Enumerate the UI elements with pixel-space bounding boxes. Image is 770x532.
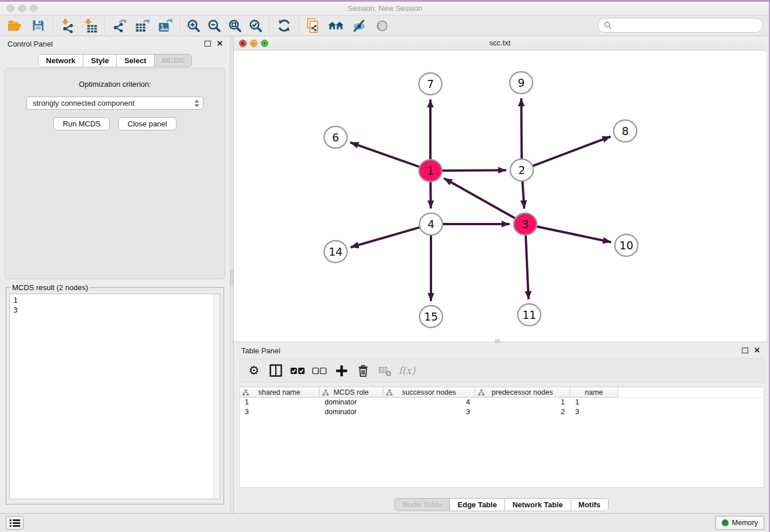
- add-column-button[interactable]: [332, 361, 351, 380]
- cell-mcds_role: dominator: [319, 407, 383, 417]
- network-canvas[interactable]: 1234678910111415: [234, 51, 766, 341]
- window-accent-top: [0, 0, 770, 2]
- tab-edge-table[interactable]: Edge Table: [449, 499, 504, 511]
- result-scrollbar[interactable]: [213, 294, 220, 499]
- tab-motifs[interactable]: Motifs: [571, 499, 608, 511]
- graph-node-label-15: 15: [424, 310, 438, 323]
- export-network-button[interactable]: [108, 17, 131, 35]
- graph-edge-3-11[interactable]: [526, 231, 529, 299]
- tab-network-table[interactable]: Network Table: [505, 499, 571, 511]
- tab-mcds[interactable]: MCDS: [154, 55, 191, 67]
- minimize-network-button[interactable]: −: [250, 40, 257, 47]
- column-header-successor_nodes[interactable]: successor nodes: [383, 387, 475, 398]
- deselect-all-icon: [312, 367, 327, 375]
- cell-name: 3: [570, 407, 618, 417]
- minimize-window-button[interactable]: [18, 5, 26, 12]
- tab-select[interactable]: Select: [116, 55, 153, 67]
- search-input[interactable]: [615, 21, 757, 30]
- close-window-button[interactable]: [7, 5, 14, 12]
- table-header-filler: [618, 387, 764, 398]
- float-table-panel-icon[interactable]: [742, 348, 748, 353]
- table-body: 1dominator4113dominator323: [240, 398, 764, 417]
- fx-icon: f(x): [398, 365, 415, 376]
- memory-button[interactable]: Memory: [715, 516, 764, 530]
- copy-network-icon: [306, 18, 321, 33]
- tab-node-table[interactable]: Node Table: [395, 499, 449, 511]
- apply-layout-button[interactable]: [272, 17, 295, 35]
- graph-edge-2-9[interactable]: [521, 98, 522, 163]
- mcds-result-text: 1 3: [13, 295, 211, 498]
- plus-icon: [336, 365, 348, 377]
- column-header-predecessor_nodes[interactable]: predecessor nodes: [475, 387, 570, 398]
- table-panel-header: Table Panel ✕: [234, 343, 769, 358]
- toolbar-separator: [269, 17, 270, 35]
- zoom-selected-button[interactable]: [245, 17, 266, 35]
- open-session-button[interactable]: [3, 17, 26, 35]
- memory-label: Memory: [732, 519, 758, 527]
- graph-edge-1-2[interactable]: [437, 170, 506, 171]
- save-session-button[interactable]: [26, 17, 49, 35]
- delete-column-button[interactable]: [353, 361, 373, 380]
- toggle-column-view-button[interactable]: [266, 361, 286, 380]
- zoom-in-button[interactable]: [183, 17, 204, 35]
- select-stepper-icon: [194, 99, 199, 107]
- cell-successor_nodes: 4: [383, 398, 475, 407]
- graph-edge-2-3[interactable]: [522, 177, 525, 209]
- mcds-result-area[interactable]: 1 3: [9, 294, 220, 499]
- column-header-shared_name[interactable]: shared name: [240, 387, 319, 398]
- vertical-splitter[interactable]: [230, 36, 234, 513]
- tab-network[interactable]: Network: [38, 55, 83, 67]
- fit-content-button[interactable]: [225, 17, 245, 35]
- new-network-from-selection-button[interactable]: [302, 17, 325, 35]
- close-table-panel-icon[interactable]: ✕: [754, 346, 760, 354]
- import-table-button[interactable]: [79, 17, 102, 35]
- cell-shared_name: 1: [240, 398, 319, 407]
- zoom-out-button[interactable]: [204, 17, 225, 35]
- close-control-panel-icon[interactable]: ✕: [217, 39, 223, 48]
- delete-table-icon: [378, 365, 392, 377]
- graph-edge-3-1[interactable]: [444, 178, 519, 221]
- window-title: Session: New Session: [0, 2, 770, 15]
- import-network-button[interactable]: [56, 17, 79, 35]
- select-all-icon: [290, 367, 305, 375]
- delete-table-button: [375, 361, 395, 380]
- vertical-splitter-handle[interactable]: [230, 271, 233, 286]
- close-network-button[interactable]: ✕: [239, 40, 247, 47]
- search-icon: [604, 21, 612, 29]
- graph-edge-4-14[interactable]: [351, 226, 425, 247]
- tab-style[interactable]: Style: [83, 55, 116, 67]
- show-hide-button[interactable]: [348, 17, 371, 35]
- network-window-controls: ✕ − +: [239, 40, 268, 47]
- control-panel-tabs: Network Style Select MCDS: [0, 54, 230, 67]
- column-header-name[interactable]: name: [570, 387, 618, 398]
- zoom-window-button[interactable]: [30, 5, 37, 12]
- graph-edge-3-10[interactable]: [532, 225, 611, 242]
- graph-edge-2-8[interactable]: [528, 137, 611, 168]
- maximize-network-button[interactable]: +: [261, 40, 268, 47]
- select-all-button[interactable]: [288, 361, 307, 380]
- export-image-button[interactable]: [154, 17, 177, 35]
- graph-edge-1-6[interactable]: [350, 142, 424, 168]
- search-box[interactable]: [598, 18, 763, 33]
- mcds-result-title: MCDS result (2 nodes): [10, 283, 90, 292]
- title-bar: Session: New Session: [0, 2, 770, 16]
- toolbar-separator: [180, 17, 180, 35]
- graph-node-label-2: 2: [518, 164, 525, 176]
- graph-node-label-7: 7: [427, 78, 434, 90]
- graph-node-label-10: 10: [619, 239, 633, 252]
- show-panels-button[interactable]: [6, 516, 24, 530]
- network-graph: 1234678910111415: [234, 51, 765, 341]
- first-neighbors-button[interactable]: [325, 17, 348, 35]
- export-table-button[interactable]: [131, 17, 154, 35]
- run-mcds-button[interactable]: Run MCDS: [53, 117, 110, 130]
- column-header-mcds_role[interactable]: MCDS role: [319, 387, 383, 398]
- table-settings-button[interactable]: ⚙: [244, 361, 264, 380]
- table-row[interactable]: 1dominator411: [240, 398, 764, 407]
- visibility-disabled-button: [371, 17, 394, 35]
- criterion-select[interactable]: strongly connected component: [26, 97, 203, 110]
- deselect-all-button[interactable]: [310, 361, 329, 380]
- status-bar: Memory: [0, 513, 770, 532]
- table-row[interactable]: 3dominator323: [240, 407, 764, 417]
- float-panel-icon[interactable]: [205, 41, 211, 47]
- close-panel-button[interactable]: Close panel: [118, 117, 176, 130]
